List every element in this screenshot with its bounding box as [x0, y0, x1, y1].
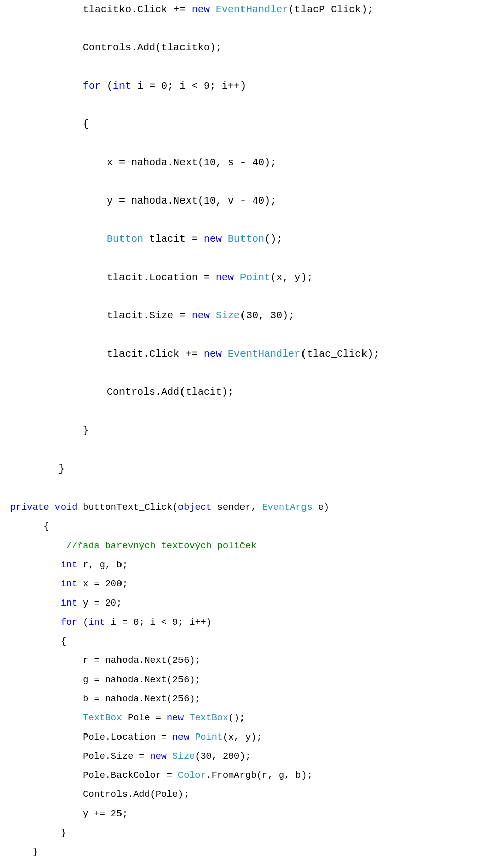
code-line: int r, g, b;	[10, 560, 128, 570]
code-line: Pole.BackColor = Color.FromArgb(r, g, b)…	[10, 770, 313, 781]
code-line: }	[10, 847, 38, 857]
code-line: int y = 20;	[10, 598, 122, 609]
code-line: TextBox Pole = new TextBox();	[10, 713, 245, 723]
code-line: private void buttonText_Click(object sen…	[10, 502, 329, 513]
code-line: r = nahoda.Next(256);	[10, 655, 200, 666]
code-line: for (int i = 0; i < 9; i++)	[10, 617, 212, 628]
code-line: //řada barevných textových políček	[10, 541, 257, 551]
code-line: tlacitko.Click += new EventHandler(tlacP…	[10, 4, 373, 15]
code-line: Button tlacit = new Button();	[10, 233, 282, 245]
code-line: {	[10, 636, 66, 647]
code-line: Pole.Size = new Size(30, 200);	[10, 751, 251, 762]
code-line: x = nahoda.Next(10, s - 40);	[10, 157, 276, 168]
code-line: Controls.Add(Pole);	[10, 789, 189, 800]
code-line: tlacit.Click += new EventHandler(tlac_Cl…	[10, 348, 379, 360]
code-line: Controls.Add(tlacitko);	[10, 42, 222, 53]
code-line: }	[10, 463, 65, 475]
code-line: tlacit.Size = new Size(30, 30);	[10, 310, 294, 321]
code-line: {	[10, 118, 89, 130]
code-line: }	[10, 828, 66, 838]
code-line: b = nahoda.Next(256);	[10, 694, 200, 704]
code-line: Controls.Add(tlacit);	[10, 386, 234, 398]
code-line: y += 25;	[10, 809, 128, 819]
code-line: tlacit.Location = new Point(x, y);	[10, 272, 313, 283]
code-line: Pole.Location = new Point(x, y);	[10, 732, 262, 743]
code-line: for (int i = 0; i < 9; i++)	[10, 80, 246, 92]
code-line: }	[10, 425, 89, 436]
code-page: tlacitko.Click += new EventHandler(tlacP…	[0, 0, 484, 868]
code-line: int x = 200;	[10, 579, 128, 589]
code-line: {	[10, 521, 49, 532]
code-line: y = nahoda.Next(10, v - 40);	[10, 195, 276, 207]
code-line: g = nahoda.Next(256);	[10, 675, 200, 685]
code-block: tlacitko.Click += new EventHandler(tlacP…	[10, 0, 474, 861]
